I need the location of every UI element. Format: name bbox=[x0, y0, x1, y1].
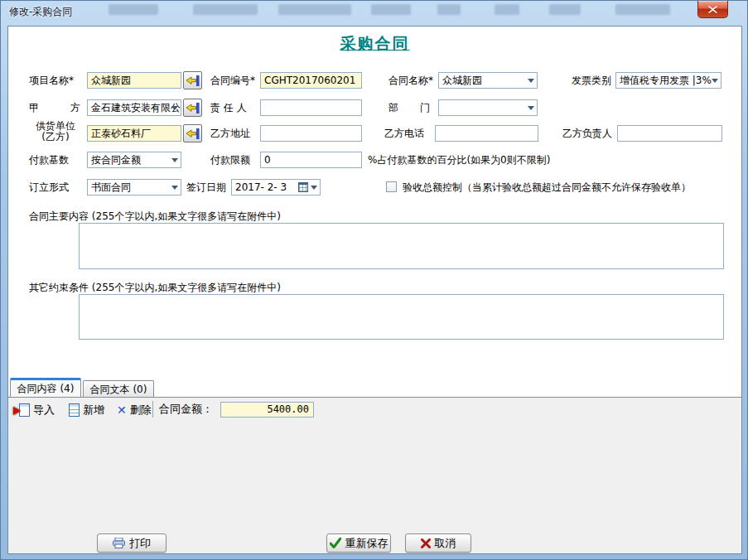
payment-limit-hint: %占付款基数的百分比(如果为0则不限制) bbox=[368, 152, 550, 168]
payment-base-label: 付款基数 bbox=[29, 152, 69, 168]
other-terms-textarea[interactable] bbox=[79, 294, 724, 340]
acceptance-control-checkbox[interactable] bbox=[386, 181, 397, 192]
titlebar-ghost-decoration bbox=[615, 4, 670, 15]
party-b-address-field[interactable] bbox=[260, 125, 362, 142]
party-a-picker-button[interactable] bbox=[183, 99, 202, 117]
payment-limit-label: 付款限额 bbox=[210, 152, 250, 168]
chevron-down-icon bbox=[712, 79, 718, 83]
department-select[interactable] bbox=[438, 99, 538, 116]
chevron-down-icon bbox=[311, 186, 317, 190]
party-b-phone-field[interactable] bbox=[435, 125, 538, 142]
titlebar-ghost-decoration bbox=[278, 4, 351, 15]
responsible-field[interactable] bbox=[260, 99, 362, 116]
dialog-window: 修改-采购合同 采购合同 项目名称* 众城新园 合同编号* CGHT201706… bbox=[0, 0, 748, 560]
dialog-body: 采购合同 项目名称* 众城新园 合同编号* CGHT2017060201 合同名… bbox=[7, 26, 742, 554]
import-icon bbox=[19, 403, 30, 417]
check-icon bbox=[330, 538, 341, 548]
department-label: 部门 bbox=[388, 99, 430, 116]
titlebar-ghost-decoration bbox=[193, 4, 258, 15]
payment-base-select[interactable]: 按合同金额 bbox=[87, 152, 181, 168]
project-name-field[interactable]: 众城新园 bbox=[87, 72, 181, 89]
delete-button[interactable]: ✕ 删除 bbox=[113, 400, 156, 419]
other-terms-label: 其它约束条件 (255个字以内,如果文字很多请写在附件中) bbox=[29, 279, 281, 296]
party-b-address-label: 乙方地址 bbox=[210, 125, 250, 142]
party-b-phone-label: 乙方电话 bbox=[384, 125, 424, 142]
toolbar-divider bbox=[152, 401, 153, 418]
supplier-picker-button[interactable] bbox=[183, 124, 202, 142]
printer-icon bbox=[113, 538, 125, 548]
titlebar-ghost-decoration bbox=[109, 4, 158, 15]
supplier-field[interactable]: 正泰砂石料厂 bbox=[87, 125, 181, 142]
delete-x-icon: ✕ bbox=[117, 404, 127, 416]
invoice-type-select[interactable]: 增值税专用发票 |3% bbox=[615, 72, 721, 89]
party-b-contact-field[interactable] bbox=[617, 125, 722, 142]
main-content-textarea[interactable] bbox=[79, 223, 724, 269]
chevron-down-icon bbox=[528, 79, 534, 83]
hand-pointer-icon bbox=[186, 103, 200, 113]
acceptance-control-label: 验收总额控制（当累计验收总额超过合同金额不允许保存验收单） bbox=[403, 179, 691, 196]
print-button[interactable]: 打印 bbox=[97, 533, 166, 553]
project-name-label: 项目名称* bbox=[29, 72, 74, 89]
calendar-icon bbox=[298, 182, 308, 192]
supplier-label: 供货单位 (乙方) bbox=[29, 121, 82, 142]
chevron-down-icon bbox=[171, 186, 178, 190]
titlebar-ghost-decoration bbox=[371, 4, 411, 15]
close-button[interactable] bbox=[697, 1, 728, 18]
chevron-down-icon bbox=[171, 106, 178, 110]
contract-amount-field[interactable]: 5400.00 bbox=[220, 402, 314, 418]
sign-date-label: 签订日期 bbox=[186, 179, 226, 196]
save-button[interactable]: 重新保存 bbox=[326, 533, 391, 553]
contract-no-label: 合同编号* bbox=[210, 72, 255, 89]
main-content-label: 合同主要内容 (255个字以内,如果文字很多请写在附件中) bbox=[29, 208, 281, 224]
tab-content-panel: 导入 新增 ✕ 删除 合同金额： 5400.00 bbox=[8, 397, 741, 553]
contract-name-label: 合同名称* bbox=[388, 72, 433, 89]
party-b-contact-label: 乙方负责人 bbox=[562, 125, 612, 142]
party-a-label: 甲方 bbox=[29, 99, 80, 116]
responsible-label: 责 任 人 bbox=[210, 99, 247, 116]
titlebar-ghost-decoration bbox=[495, 4, 519, 15]
add-button[interactable]: 新增 bbox=[65, 400, 109, 419]
contract-name-select[interactable]: 众城新园 bbox=[438, 72, 538, 89]
titlebar[interactable]: 修改-采购合同 bbox=[1, 1, 747, 26]
cancel-button[interactable]: 取消 bbox=[405, 533, 471, 553]
tab-contract-text[interactable]: 合同文本 (0) bbox=[83, 380, 154, 398]
contract-form-select[interactable]: 书面合同 bbox=[87, 179, 181, 196]
invoice-type-label: 发票类别 bbox=[572, 72, 611, 89]
sign-date-picker[interactable]: 2017- 2- 3 bbox=[231, 179, 321, 196]
titlebar-ghost-decoration bbox=[549, 4, 581, 15]
tab-contract-content[interactable]: 合同内容 (4) bbox=[10, 378, 81, 397]
party-a-select[interactable]: 金石建筑安装有限公 bbox=[87, 99, 181, 116]
page-title: 采购合同 bbox=[8, 33, 741, 55]
contract-amount-label: 合同金额： bbox=[159, 401, 213, 418]
contract-no-field[interactable]: CGHT2017060201 bbox=[260, 72, 362, 89]
chevron-down-icon bbox=[528, 106, 534, 110]
project-name-picker-button[interactable] bbox=[183, 71, 202, 89]
close-icon bbox=[708, 6, 717, 13]
window-title: 修改-采购合同 bbox=[9, 5, 72, 19]
cancel-x-icon bbox=[421, 538, 431, 548]
import-button[interactable]: 导入 bbox=[15, 400, 59, 419]
hand-pointer-icon bbox=[186, 128, 200, 139]
hand-pointer-icon bbox=[186, 75, 200, 86]
payment-limit-field[interactable]: 0 bbox=[260, 152, 362, 168]
titlebar-ghost-decoration bbox=[437, 4, 461, 15]
new-document-icon bbox=[69, 403, 80, 417]
contract-form-label: 订立形式 bbox=[29, 179, 69, 196]
chevron-down-icon bbox=[171, 158, 178, 162]
